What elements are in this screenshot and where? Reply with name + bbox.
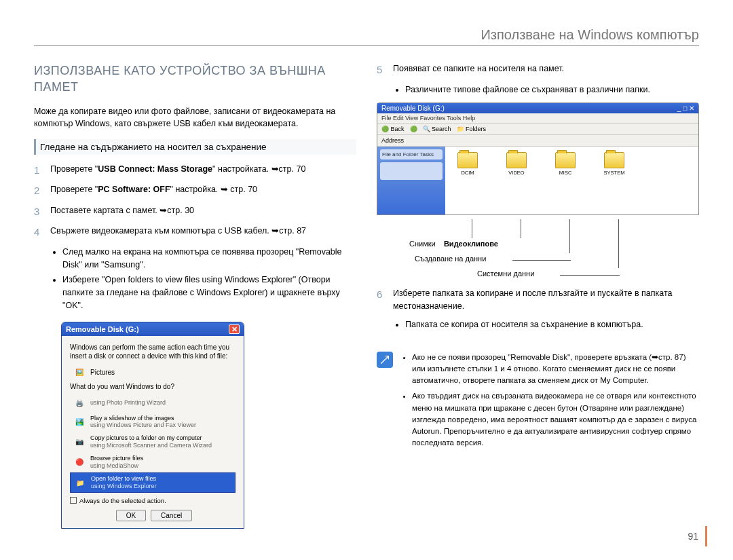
side-panel-item [380, 162, 443, 180]
bullet: Различните типове файлове се съхраняват … [405, 83, 699, 96]
folder-dcim[interactable]: DCIM [451, 152, 485, 209]
step-6: 6 Изберете папката за копиране и после п… [377, 287, 699, 313]
step-3: 3 Поставете картата с памет. ➥стр. 30 [34, 204, 356, 220]
callout-sys-data: Системни данни [477, 269, 534, 278]
folder-system[interactable]: SYSTEM [597, 152, 631, 209]
step-num: 3 [34, 204, 43, 220]
text: Поставете картата с памет. ➥стр. 30 [50, 204, 194, 220]
close-icon[interactable]: ✕ [229, 324, 240, 334]
option-slideshow[interactable]: 🏞️ Play a slideshow of the imagesusing W… [70, 413, 236, 432]
callout-photos: Снимки [409, 240, 436, 248]
option-open-folder-selected[interactable]: 📁 Open folder to view filesusing Windows… [70, 472, 236, 493]
window-controls[interactable]: _ □ ✕ [677, 105, 694, 112]
ok-button[interactable]: OK [116, 510, 146, 521]
removable-disk-dialog: Removable Disk (G:) ✕ Windows can perfor… [61, 322, 244, 529]
intro-text: Може да копирате видео или фото файлове,… [34, 105, 356, 130]
text: Проверете " [50, 164, 98, 174]
subsection-title: Гледане на съдържанието на носител за съ… [34, 139, 356, 155]
page-number: 91 [688, 526, 707, 546]
dialog-message: Windows can perform the same action each… [70, 343, 236, 360]
text: Изберете папката за копиране и после плъ… [393, 287, 699, 313]
media-icon: 🔴 [73, 456, 86, 468]
folder-icon [457, 152, 478, 168]
checkbox-label: Always do the selected action. [79, 497, 166, 504]
callout-videos: Видеоклипове [444, 240, 498, 248]
pictures-icon: 🖼️ [73, 367, 86, 379]
explorer-title: Removable Disk (G:) [381, 105, 445, 112]
step-num: 1 [34, 163, 43, 179]
folder-icon [506, 152, 527, 168]
camera-icon: 📷 [73, 436, 86, 448]
folder-icon: 📁 [73, 477, 87, 489]
file-type-label: Pictures [90, 369, 115, 376]
checkbox[interactable] [70, 497, 77, 504]
search-button[interactable]: 🔍 Search [423, 126, 451, 132]
side-panel-title: File and Folder Tasks [380, 149, 443, 160]
dialog-question: What do you want Windows to do? [70, 382, 236, 391]
address-label: Address [381, 137, 404, 144]
section-title: ИЗПОЛЗВАНЕ КАТО УСТРОЙСТВО ЗА ВЪНШНА ПАМ… [34, 62, 356, 96]
printer-icon: 🖨️ [73, 397, 86, 409]
option-subtext: using Windows Explorer [91, 483, 157, 489]
note-item: Ако не се появи прозорец "Removable Disk… [412, 352, 699, 387]
text-bold: PC Software: OFF [98, 185, 170, 194]
step-num: 2 [34, 183, 43, 199]
note-item: Ако твърдият диск на свързаната видеокам… [412, 390, 699, 449]
option-subtext: using Microsoft Scanner and Camera Wizar… [90, 442, 212, 449]
folder-video[interactable]: VIDEO [500, 152, 533, 209]
step-num: 4 [34, 225, 43, 240]
step-4: 4 Свържете видеокамерата към компютъра с… [34, 225, 356, 240]
text: " настройката. ➥стр. 70 [212, 164, 305, 174]
folder-misc[interactable]: MISC [548, 152, 582, 209]
callout-data-create: Създаване на данни [415, 255, 486, 263]
step-1: 1 Проверете "USB Connect: Mass Storage" … [34, 163, 356, 179]
option-subtext: using MediaShow [90, 462, 138, 469]
back-button[interactable]: 🟢 Back [381, 126, 405, 132]
image-icon: 🏞️ [73, 415, 86, 428]
option-text: Open folder to view files [91, 475, 156, 482]
folder-label: MISC [559, 170, 572, 176]
option-subtext: using Windows Picture and Fax Viewer [90, 422, 196, 428]
text-bold: USB Connect: Mass Storage [98, 164, 212, 174]
folder-icon [555, 152, 576, 168]
explorer-window: Removable Disk (G:) _ □ ✕ File Edit View… [377, 102, 699, 215]
option-text: Play a slideshow of the images [90, 415, 174, 422]
note-icon [377, 352, 393, 368]
forward-button[interactable]: 🟢 [410, 126, 417, 132]
text: " настройка. ➥ стр. 70 [170, 185, 258, 194]
folder-label: SYSTEM [604, 170, 625, 176]
dialog-title: Removable Disk (G:) [66, 325, 139, 333]
cancel-button[interactable]: Cancel [151, 510, 192, 521]
option-text: Browse picture files [90, 455, 143, 462]
step-2: 2 Проверете "PC Software: OFF" настройка… [34, 183, 356, 199]
text: Свържете видеокамерата към компютъра с U… [50, 225, 306, 240]
option-browse[interactable]: 🔴 Browse picture filesusing MediaShow [70, 453, 236, 472]
step-num: 5 [377, 62, 386, 78]
folder-label: VIDEO [508, 170, 524, 176]
bullet: След малко на екрана на компютъра се поя… [62, 246, 356, 272]
bullet: Изберете "Open folders to view files usi… [62, 274, 356, 312]
step-5: 5 Появяват се папките на носителя на пам… [377, 62, 699, 78]
text: Проверете " [50, 185, 98, 194]
folder-label: DCIM [461, 170, 474, 176]
option-print[interactable]: 🖨️ using Photo Printing Wizard [70, 395, 236, 411]
option-text: using Photo Printing Wizard [90, 399, 166, 407]
option-text: Copy pictures to a folder on my computer [90, 434, 202, 441]
folders-button[interactable]: 📁 Folders [457, 126, 487, 132]
page-header: Използване на Windows компютър [34, 27, 699, 45]
step-num: 6 [377, 287, 386, 313]
bullet: Папката се копира от носителя за съхране… [405, 318, 699, 331]
option-copy[interactable]: 📷 Copy pictures to a folder on my comput… [70, 432, 236, 451]
folder-icon [604, 152, 624, 168]
text: Появяват се папките на носителя на памет… [393, 62, 564, 78]
explorer-menu[interactable]: File Edit View Favorites Tools Help [377, 113, 698, 124]
